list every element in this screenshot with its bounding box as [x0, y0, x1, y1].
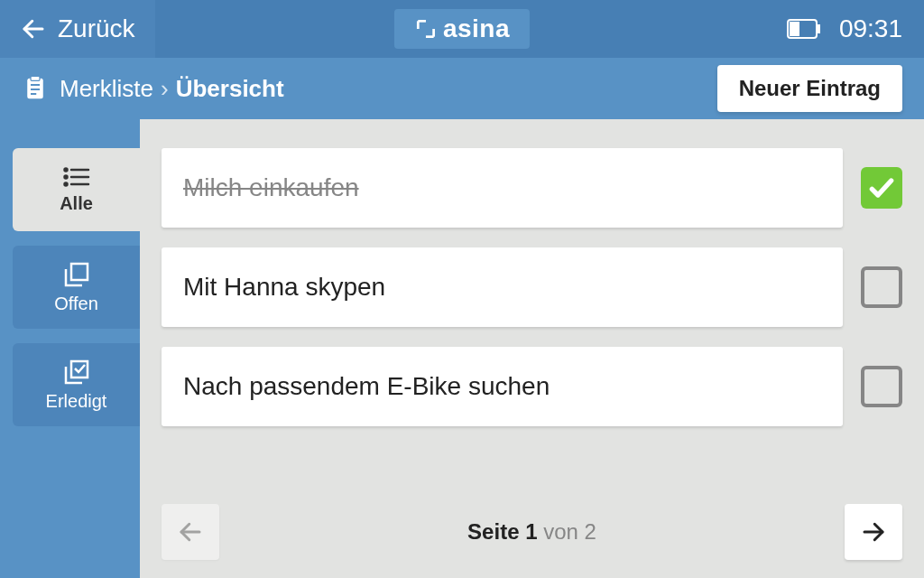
brand-text: asina: [443, 14, 510, 43]
brand-logo-icon: [414, 17, 438, 41]
item-checkbox[interactable]: [861, 266, 902, 308]
pager-prev-button[interactable]: [162, 504, 219, 560]
main: Alle Offen Erledigt Milch einkaufen Mit …: [0, 119, 924, 578]
back-button[interactable]: Zurück: [0, 0, 155, 58]
sidebar-tab-all[interactable]: Alle: [13, 148, 140, 231]
svg-rect-2: [790, 22, 799, 36]
sidebar-tab-label: Offen: [54, 294, 98, 314]
item-card[interactable]: Nach passendem E-Bike suchen: [162, 347, 843, 426]
breadcrumb-root[interactable]: Merkliste: [60, 75, 153, 103]
arrow-right-icon: [860, 518, 887, 545]
brand-badge: asina: [394, 9, 530, 49]
item-checkbox[interactable]: [861, 167, 902, 209]
clipboard-icon: [22, 75, 49, 102]
svg-rect-6: [31, 84, 40, 86]
svg-rect-5: [31, 76, 40, 80]
breadcrumb: Merkliste › Übersicht Neuer Eintrag: [0, 58, 924, 119]
breadcrumb-separator: ›: [161, 75, 169, 103]
svg-point-13: [64, 182, 67, 185]
arrow-left-icon: [20, 15, 47, 42]
clock: 09:31: [839, 14, 902, 43]
sidebar-tab-label: Alle: [60, 193, 93, 214]
topbar: Zurück asina 09:31: [0, 0, 924, 58]
list-item: Mit Hanna skypen: [162, 247, 902, 327]
svg-rect-3: [818, 24, 820, 33]
sidebar-tab-open[interactable]: Offen: [13, 246, 140, 329]
svg-rect-7: [31, 89, 40, 90]
content-panel: Milch einkaufen Mit Hanna skypen Nach pa…: [140, 119, 924, 578]
svg-point-11: [64, 175, 67, 178]
svg-point-9: [64, 168, 67, 171]
check-icon: [867, 173, 896, 202]
list-item: Milch einkaufen: [162, 148, 902, 228]
svg-rect-15: [71, 264, 88, 280]
pager-label: Seite 1 von 2: [467, 519, 596, 545]
breadcrumb-current: Übersicht: [176, 75, 284, 103]
pager-next-button[interactable]: [845, 504, 902, 560]
item-card[interactable]: Milch einkaufen: [162, 148, 843, 228]
pagination: Seite 1 von 2: [162, 486, 902, 560]
list-icon: [63, 166, 90, 188]
status-right: 09:31: [787, 14, 924, 43]
sidebar-tab-label: Erledigt: [46, 391, 107, 412]
item-list: Milch einkaufen Mit Hanna skypen Nach pa…: [162, 148, 902, 426]
back-label: Zurück: [58, 14, 135, 43]
list-item: Nach passendem E-Bike suchen: [162, 347, 902, 426]
item-card[interactable]: Mit Hanna skypen: [162, 247, 843, 327]
svg-rect-8: [31, 93, 36, 95]
stack-icon: [63, 261, 90, 288]
arrow-left-icon: [177, 518, 204, 545]
sidebar-tab-done[interactable]: Erledigt: [13, 343, 140, 426]
stack-check-icon: [63, 359, 90, 386]
new-entry-button[interactable]: Neuer Eintrag: [717, 65, 902, 112]
battery-icon: [787, 19, 821, 39]
item-checkbox[interactable]: [861, 366, 902, 407]
sidebar-tabs: Alle Offen Erledigt: [0, 119, 140, 578]
